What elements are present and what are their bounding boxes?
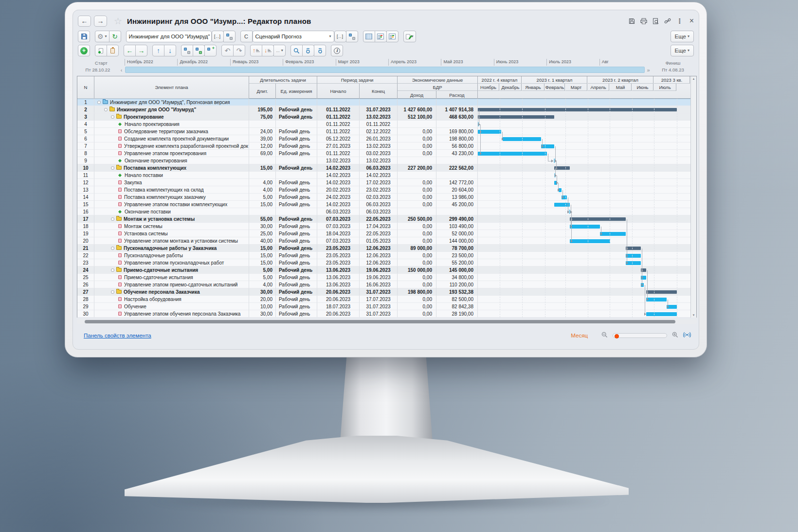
close-icon[interactable]: × bbox=[689, 17, 694, 25]
view-combined-button[interactable] bbox=[386, 31, 399, 42]
forward-button[interactable]: → bbox=[94, 16, 107, 27]
scrollbar-thumb[interactable] bbox=[85, 320, 675, 323]
plan-row[interactable]: 2Инжиниринг для ООО "Изумруд"195,00Рабоч… bbox=[77, 106, 696, 113]
relink-tasks-button[interactable] bbox=[193, 45, 205, 56]
copy-button[interactable] bbox=[95, 45, 107, 56]
add-row-button[interactable]: + bbox=[78, 45, 90, 56]
sort-asc-button[interactable]: ↑ bbox=[250, 45, 262, 56]
col-group-period[interactable]: Период задачи bbox=[317, 76, 398, 84]
outdent-button[interactable]: ← bbox=[124, 45, 136, 56]
plan-row[interactable]: 20Управление этапом монтажа и установки … bbox=[77, 237, 696, 245]
timeline-prev-arrow[interactable]: ‹ bbox=[118, 67, 125, 73]
plan-row[interactable]: 13Поставка комплектующих на склад4,00Раб… bbox=[77, 186, 696, 194]
zoom-in-icon[interactable] bbox=[672, 331, 678, 340]
expand-toggle-icon[interactable] bbox=[97, 101, 101, 104]
gantt-quarter-header[interactable]: 2022 г. 4 квартал bbox=[478, 76, 522, 84]
paste-button[interactable] bbox=[107, 45, 119, 56]
plan-row[interactable]: 22Пусконаладочные работы15,00Рабочий ден… bbox=[77, 252, 696, 259]
expand-toggle-icon[interactable] bbox=[104, 108, 108, 111]
slider-knob[interactable] bbox=[615, 334, 619, 338]
col-header-name[interactable]: Элемент плана bbox=[94, 76, 249, 99]
plan-row[interactable]: 7Утверждение комплекта разработанной про… bbox=[77, 142, 696, 150]
plan-row[interactable]: 30Управление этапом обучения персонала З… bbox=[77, 310, 696, 318]
move-down-button[interactable]: ↓ bbox=[164, 45, 176, 56]
col-header-unit[interactable]: Ед. измерения bbox=[276, 84, 317, 99]
add-link-button[interactable]: + bbox=[204, 45, 217, 56]
plan-row[interactable]: 14Поставка комплектующих заказчику5,00Ра… bbox=[77, 194, 696, 201]
plan-row[interactable]: 11Начало поставки14.02.202314.02.2023 bbox=[77, 172, 696, 179]
timeline-next-arrow[interactable]: » bbox=[645, 67, 652, 73]
plan-row[interactable]: 29Обучение10,00Рабочий день18.07.202331.… bbox=[77, 303, 696, 310]
plan-row[interactable]: 3Проектирование75,00Рабочий день01.11.20… bbox=[77, 113, 696, 121]
gantt-quarter-header[interactable]: 2023 3 кв. bbox=[654, 76, 690, 84]
col-header-expense[interactable]: Расход bbox=[436, 91, 478, 99]
zoom-out-icon[interactable] bbox=[601, 331, 608, 340]
edit-more-button[interactable]: Еще▾ bbox=[671, 45, 694, 56]
plan-row[interactable]: 23Управление этапом пусконаладочных рабо… bbox=[77, 259, 696, 266]
link-icon[interactable] bbox=[664, 18, 671, 24]
col-group-duration[interactable]: Длительность задачи bbox=[249, 76, 317, 84]
expand-toggle-icon[interactable] bbox=[111, 247, 114, 250]
plan-row[interactable]: 24Приемо-сдаточные испытания5,00Рабочий … bbox=[77, 266, 696, 274]
expand-toggle-icon[interactable] bbox=[111, 217, 114, 221]
col-header-duration[interactable]: Длит. bbox=[249, 84, 276, 99]
info-button[interactable]: i bbox=[331, 45, 343, 56]
properties-panel-link[interactable]: Панель свойств элемента bbox=[84, 333, 151, 338]
plan-row[interactable]: 28Настройка оборудования20,00Рабочий ден… bbox=[77, 296, 696, 303]
scenario-open-button[interactable] bbox=[346, 31, 358, 42]
col-header-bdr[interactable]: БДР bbox=[398, 84, 478, 91]
broadcast-icon[interactable] bbox=[683, 331, 691, 340]
plan-row[interactable]: 15Управление этапом поставки комплектующ… bbox=[77, 201, 696, 208]
sort-desc-button[interactable]: ↓ bbox=[262, 45, 274, 56]
plan-row[interactable]: 10Поставка комплектующих15,00Рабочий ден… bbox=[77, 164, 696, 172]
horizontal-scrollbar[interactable] bbox=[77, 319, 697, 324]
gantt-month-header[interactable]: Май bbox=[610, 84, 632, 91]
plan-row[interactable]: 4Начало проектирования01.11.202201.11.20… bbox=[77, 121, 696, 128]
expand-toggle-icon[interactable] bbox=[111, 166, 114, 170]
plan-row[interactable]: 12Закупка4,00Рабочий день14.02.202317.02… bbox=[77, 179, 696, 186]
gantt-month-header[interactable]: Ноябрь bbox=[478, 84, 499, 91]
favorite-star-icon[interactable]: ☆ bbox=[114, 16, 122, 27]
plan-row[interactable]: 19Установка системы25,00Рабочий день18.0… bbox=[77, 230, 696, 237]
plan-row[interactable]: 6Создание комплекта проектной документац… bbox=[77, 135, 696, 142]
scenario-input[interactable]: Сценарий Прогноз▾ bbox=[253, 31, 334, 42]
view-gantt-button[interactable] bbox=[375, 31, 387, 42]
chevron-down-icon[interactable]: ▾ bbox=[327, 35, 331, 38]
more-vertical-icon[interactable]: ⋮ bbox=[676, 17, 683, 25]
plan-open-button[interactable] bbox=[223, 31, 236, 42]
col-header-n[interactable]: N bbox=[77, 76, 94, 99]
col-header-end[interactable]: Конец bbox=[360, 84, 398, 99]
gantt-quarter-header[interactable]: 2023 г. 2 квартал bbox=[588, 76, 653, 84]
expand-toggle-icon[interactable] bbox=[111, 115, 114, 119]
col-header-income[interactable]: Доход bbox=[398, 91, 436, 99]
plan-row[interactable]: 1Инжиниринг для ООО "Изумруд", Прогнозна… bbox=[77, 99, 696, 106]
plan-row[interactable]: 21Пусконаладочные работы у Заказчика15,0… bbox=[77, 245, 696, 252]
gantt-month-header[interactable]: Январь bbox=[522, 84, 544, 91]
plan-row[interactable]: 27Обучение персонала Заказчика30,00Рабоч… bbox=[77, 288, 696, 296]
plan-row[interactable]: 18Монтаж системы30,00Рабочий день07.03.2… bbox=[77, 223, 696, 230]
col-group-economic[interactable]: Экономические данные bbox=[398, 76, 478, 84]
gantt-month-header[interactable]: Декабрь bbox=[500, 84, 522, 91]
search-next-button[interactable] bbox=[314, 45, 326, 56]
search-button[interactable] bbox=[290, 45, 303, 56]
gantt-month-header[interactable]: Июнь bbox=[632, 84, 653, 91]
plan-row[interactable]: 9Окончание проектирования13.02.202313.02… bbox=[77, 157, 696, 164]
search-prev-button[interactable] bbox=[302, 45, 314, 56]
link-tasks-button[interactable] bbox=[181, 45, 193, 56]
main-more-button[interactable]: Еще▾ bbox=[671, 31, 694, 42]
vertical-scrollbar[interactable]: ▴ ▾ bbox=[690, 76, 696, 318]
plan-row[interactable]: 26Управление этапом приемо-сдаточных исп… bbox=[77, 281, 696, 288]
plan-row[interactable]: 16Окончание поставки06.03.202306.03.2023 bbox=[77, 208, 696, 215]
save-button[interactable] bbox=[78, 31, 90, 42]
gantt-quarter-header[interactable]: 2023 г. 1 квартал bbox=[522, 76, 587, 84]
plan-row[interactable]: 17Монтаж и установка системы55,00Рабочий… bbox=[77, 215, 696, 223]
plan-row[interactable]: 8Управление этапом проектирования69,00Ра… bbox=[77, 150, 696, 157]
back-button[interactable]: ← bbox=[78, 16, 91, 27]
gantt-month-header[interactable]: Апрель bbox=[588, 84, 609, 91]
expand-toggle-icon[interactable] bbox=[111, 290, 114, 294]
sort-more-button[interactable]: ...▾ bbox=[273, 45, 286, 56]
gantt-month-header[interactable]: Июль bbox=[654, 84, 676, 91]
view-table-button[interactable] bbox=[363, 31, 375, 42]
timeline-range-band[interactable] bbox=[125, 67, 645, 73]
plan-picker-button[interactable]: [..] bbox=[212, 31, 224, 42]
